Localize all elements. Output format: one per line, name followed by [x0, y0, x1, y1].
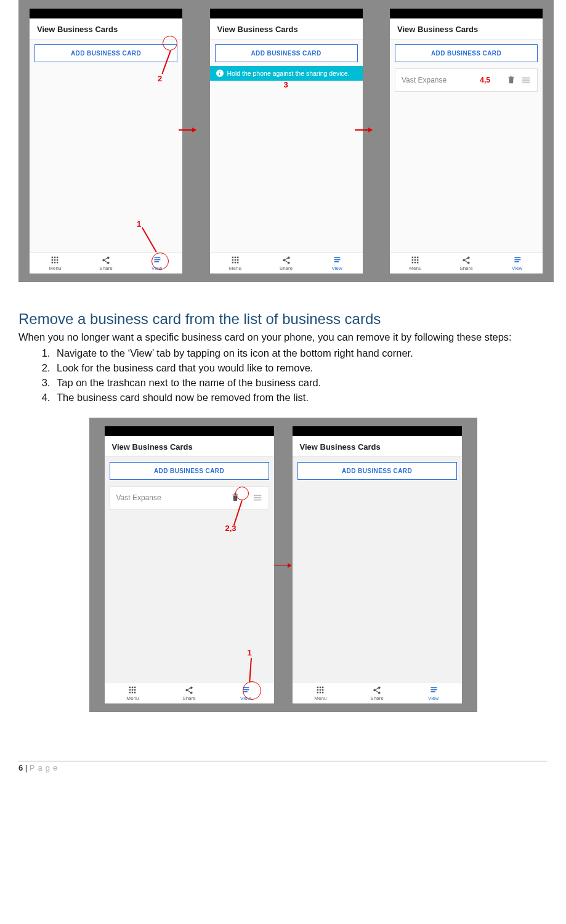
nav-label: View [512, 265, 522, 271]
bottom-nav: Menu Share View [210, 252, 363, 274]
list-icon [241, 686, 251, 694]
section-heading: Remove a business card from the list of … [18, 310, 548, 328]
steps-list: Navigate to the ‘View’ tab by tapping on… [18, 346, 548, 405]
screen-title: View Business Cards [390, 18, 543, 39]
grid-icon [315, 686, 325, 694]
grid-icon [50, 256, 60, 264]
section-intro: When you no longer want a specific busin… [18, 330, 548, 344]
phone-screen-1: View Business Cards ADD BUSINESS CARD Me… [30, 9, 182, 274]
nav-share[interactable]: Share [441, 253, 492, 274]
nav-label: View [240, 695, 251, 701]
grid-icon [230, 256, 240, 264]
nav-label: Share [370, 695, 383, 701]
nav-label: View [152, 265, 162, 271]
trash-icon[interactable] [230, 493, 240, 503]
hamburger-icon[interactable] [521, 75, 531, 85]
info-text: Hold the phone against the sharing devic… [227, 70, 350, 77]
share-icon [281, 256, 291, 264]
annotation-label-45: 4,5 [480, 76, 490, 84]
arrow-icon [355, 129, 372, 131]
nav-label: Menu [126, 695, 139, 701]
hamburger-icon[interactable] [253, 493, 262, 503]
screen-title: View Business Cards [30, 18, 182, 39]
screen-title: View Business Cards [210, 18, 363, 39]
grid-icon [410, 256, 420, 264]
grid-icon [127, 686, 137, 694]
status-bar [293, 426, 462, 436]
card-name: Vast Expanse [402, 76, 475, 84]
bottom-nav: Menu Share View [390, 252, 543, 274]
phone-screen-3: View Business Cards ADD BUSINESS CARD Va… [390, 9, 543, 274]
page-footer: 6 | Page [18, 761, 547, 772]
bottom-nav: Menu Share View [30, 252, 182, 274]
info-banner: i Hold the phone against the sharing dev… [210, 66, 363, 81]
nav-menu[interactable]: Menu [293, 683, 349, 703]
share-icon [184, 686, 194, 694]
share-icon [372, 686, 382, 694]
status-bar [210, 9, 363, 18]
nav-view[interactable]: View [405, 683, 462, 703]
figure-add-card: View Business Cards ADD BUSINESS CARD Me… [18, 0, 554, 282]
nav-menu[interactable]: Menu [390, 253, 441, 274]
share-icon [101, 256, 111, 264]
phone-screen-b: View Business Cards ADD BUSINESS CARD Me… [293, 426, 462, 703]
nav-label: Menu [314, 695, 326, 701]
nav-share[interactable]: Share [349, 683, 405, 703]
business-card-row[interactable]: Vast Expanse [110, 486, 269, 509]
info-icon: i [216, 70, 224, 77]
nav-view[interactable]: View [312, 253, 363, 274]
business-card-row[interactable]: Vast Expanse 4,5 [395, 68, 538, 92]
phone-screen-a: View Business Cards ADD BUSINESS CARD Va… [105, 426, 274, 703]
step-item: Look for the business card that you woul… [53, 361, 548, 376]
footer-sep: | [23, 763, 30, 772]
arrow-icon [179, 129, 196, 131]
nav-menu[interactable]: Menu [30, 253, 81, 274]
nav-label: Share [182, 695, 195, 701]
list-icon [152, 256, 162, 264]
list-icon [512, 256, 522, 264]
nav-view[interactable]: View [217, 683, 274, 703]
figure-remove-card: View Business Cards ADD BUSINESS CARD Va… [89, 418, 477, 712]
step-item: The business card should now be removed … [53, 391, 548, 405]
nav-label: Share [99, 265, 112, 271]
nav-label: Menu [229, 265, 241, 271]
phone-screen-2: View Business Cards ADD BUSINESS CARD i … [210, 9, 363, 274]
nav-label: View [428, 695, 439, 701]
list-icon [429, 686, 439, 694]
bottom-nav: Menu Share View [293, 682, 462, 703]
status-bar [30, 9, 182, 18]
screen-title: View Business Cards [293, 436, 462, 457]
nav-view[interactable]: View [491, 253, 543, 274]
status-bar [390, 9, 543, 18]
step-item: Tap on the trashcan next to the name of … [53, 376, 548, 391]
add-business-card-button[interactable]: ADD BUSINESS CARD [34, 44, 177, 62]
nav-label: Menu [409, 265, 421, 271]
nav-share[interactable]: Share [161, 683, 217, 703]
add-business-card-button[interactable]: ADD BUSINESS CARD [215, 44, 358, 62]
nav-label: View [332, 265, 342, 271]
nav-menu[interactable]: Menu [210, 253, 261, 274]
add-business-card-button[interactable]: ADD BUSINESS CARD [110, 462, 269, 480]
nav-menu[interactable]: Menu [105, 683, 161, 703]
nav-label: Share [459, 265, 472, 271]
add-business-card-button[interactable]: ADD BUSINESS CARD [297, 462, 457, 480]
share-icon [461, 256, 471, 264]
nav-share[interactable]: Share [261, 253, 312, 274]
nav-label: Menu [49, 265, 61, 271]
nav-label: Share [280, 265, 293, 271]
screen-title: View Business Cards [105, 436, 274, 457]
add-business-card-button[interactable]: ADD BUSINESS CARD [395, 44, 538, 62]
list-icon [332, 256, 342, 264]
nav-view[interactable]: View [131, 253, 182, 274]
step-item: Navigate to the ‘View’ tab by tapping on… [53, 346, 548, 361]
trash-icon[interactable] [506, 75, 516, 85]
bottom-nav: Menu Share View [105, 682, 274, 703]
nav-share[interactable]: Share [81, 253, 132, 274]
card-name: Vast Expanse [116, 493, 225, 502]
status-bar [105, 426, 274, 436]
footer-word: Page [30, 763, 60, 772]
arrow-icon [274, 565, 291, 567]
